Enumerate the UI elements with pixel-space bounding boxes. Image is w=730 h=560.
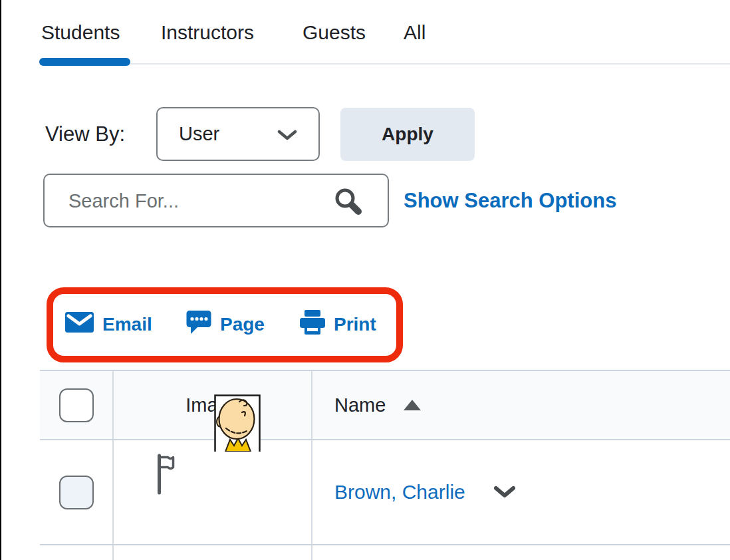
user-avatar[interactable] [214, 394, 261, 454]
table-row: Brown, Charlie [40, 440, 730, 545]
name-column-header[interactable]: Name [334, 394, 386, 416]
speech-bubble-icon [186, 310, 211, 340]
select-all-checkbox[interactable] [59, 388, 94, 422]
partial-select-cell [40, 545, 114, 560]
user-actions-chevron-icon[interactable] [493, 486, 516, 499]
tab-all[interactable]: All [404, 21, 426, 44]
page-button[interactable]: Page [186, 307, 265, 342]
search-box [43, 174, 389, 227]
classlist-table: Image Name [40, 370, 730, 560]
partial-image-cell [114, 545, 312, 560]
apply-button[interactable]: Apply [340, 108, 475, 161]
window-left-edge [0, 0, 1, 560]
tab-students[interactable]: Students [41, 21, 120, 44]
view-by-select[interactable]: User [156, 107, 320, 161]
row-select-cell [40, 440, 114, 544]
tab-bar-divider [40, 63, 730, 65]
tab-guests[interactable]: Guests [303, 21, 366, 44]
view-by-label: View By: [45, 107, 125, 161]
envelope-icon [65, 312, 94, 337]
header-image-cell: Image [114, 371, 312, 439]
table-row-partial [40, 545, 730, 560]
sort-ascending-icon[interactable] [404, 400, 421, 410]
email-button-label: Email [102, 314, 152, 335]
header-name-cell: Name [312, 371, 730, 439]
header-select-cell [40, 371, 114, 439]
search-input[interactable] [67, 175, 336, 227]
active-tab-indicator [39, 58, 130, 66]
table-header-row: Image Name [40, 371, 730, 440]
search-icon[interactable] [333, 186, 364, 219]
print-button[interactable]: Print [300, 307, 376, 342]
view-by-selected-value: User [179, 123, 219, 145]
printer-icon [300, 310, 325, 339]
show-search-options-link[interactable]: Show Search Options [404, 174, 616, 227]
partial-name-cell [312, 545, 730, 560]
user-name-link[interactable]: Brown, Charlie [334, 481, 465, 503]
tab-instructors[interactable]: Instructors [161, 21, 254, 44]
flag-icon[interactable] [156, 452, 176, 497]
row-name-cell: Brown, Charlie [312, 440, 730, 544]
print-button-label: Print [334, 314, 376, 335]
chevron-down-icon [277, 130, 297, 144]
row-checkbox[interactable] [59, 476, 94, 509]
page-button-label: Page [220, 314, 265, 335]
email-button[interactable]: Email [65, 307, 152, 342]
row-image-cell [114, 440, 312, 544]
